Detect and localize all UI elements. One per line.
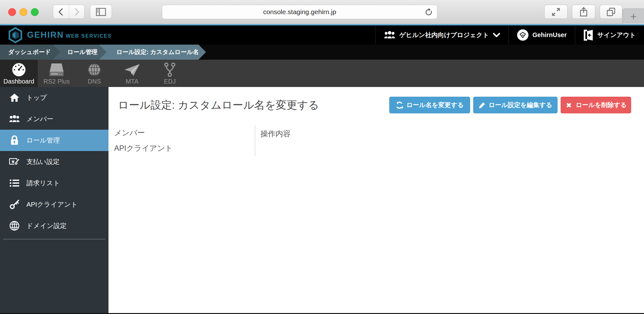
signout-label: サインアウト: [597, 31, 636, 39]
sidebar-item-role-management[interactable]: ロール管理: [0, 130, 108, 151]
list-icon: [9, 179, 20, 187]
gauge-icon: [11, 62, 26, 77]
git-branch-icon: [163, 62, 176, 77]
gehirn-hexagon-icon: [8, 27, 23, 43]
breadcrumb-dashboard[interactable]: ダッシュボード: [0, 45, 60, 60]
share-button[interactable]: [572, 5, 595, 19]
plus-icon: +: [630, 10, 637, 23]
sync-icon: [396, 101, 403, 109]
button-label: ロール名を変更する: [406, 101, 464, 109]
server-icon: [48, 62, 65, 77]
signout-icon: [583, 29, 593, 41]
signout-button[interactable]: サインアウト: [575, 25, 644, 45]
sidebar-item-domain-settings[interactable]: ドメイン設定: [0, 215, 108, 236]
service-dashboard[interactable]: Dashboard: [0, 60, 38, 87]
breadcrumb-role-settings[interactable]: ロール設定: カスタムロール名: [99, 45, 206, 60]
service-rs2plus[interactable]: RS2 Plus: [38, 60, 75, 87]
address-bar[interactable]: console.staging.gehirn.jp: [162, 5, 437, 19]
browser-toolbar: console.staging.gehirn.jp: [0, 0, 644, 24]
fullscreen-icon: [551, 7, 561, 17]
permission-row-members: メンバー: [114, 125, 255, 140]
edit-role-settings-button[interactable]: ロール設定を編集する: [473, 97, 558, 113]
breadcrumb: ダッシュボード ロール管理 ロール設定: カスタムロール名: [0, 45, 644, 60]
url-text: console.staging.gehirn.jp: [263, 8, 336, 16]
back-button[interactable]: [53, 5, 69, 19]
header-right-group: ゲヒルン社内向けプロジェクト GehirnUser: [375, 25, 644, 45]
operations-column-header: 操作内容: [255, 125, 291, 156]
user-menu[interactable]: GehirnUser: [508, 25, 575, 45]
brand-logo[interactable]: GEHIRNWEB SERVICES: [0, 27, 112, 43]
x-icon: [565, 101, 573, 109]
reload-button[interactable]: [425, 8, 433, 17]
rename-role-button[interactable]: ロール名を変更する: [389, 97, 470, 113]
service-label: DNS: [88, 78, 101, 85]
delete-role-button[interactable]: ロールを削除する: [561, 97, 631, 113]
sidebar-item-label: ロール管理: [26, 136, 60, 145]
forward-button[interactable]: [69, 5, 85, 19]
button-label: ロール設定を編集する: [489, 101, 552, 109]
permission-row-api-clients: APIクライアント: [114, 140, 255, 156]
svg-text:¥: ¥: [12, 160, 14, 164]
share-icon: [579, 7, 588, 17]
project-selector[interactable]: ゲヒルン社内向けプロジェクト: [375, 25, 508, 45]
pencil-icon: [479, 102, 486, 109]
sidebar: トップ メンバー: [0, 87, 108, 314]
window-close-button[interactable]: [8, 8, 16, 16]
service-label: MTA: [126, 78, 139, 85]
permission-table: メンバー APIクライアント 操作内容: [114, 125, 291, 156]
brand-suffix: WEB SERVICES: [66, 33, 112, 39]
breadcrumb-role-management[interactable]: ロール管理: [53, 45, 107, 60]
tab-overview-button[interactable]: [600, 5, 622, 19]
service-label: RS2 Plus: [43, 78, 69, 85]
window-zoom-button[interactable]: [31, 8, 39, 16]
services-nav: Dashboard RS2 Plus: [0, 60, 644, 87]
sidebar-toggle-button[interactable]: [90, 5, 112, 19]
sidebar-icon: [96, 8, 106, 16]
service-label: EDJ: [164, 78, 176, 85]
app-header: GEHIRNWEB SERVICES ゲヒルン社内向けプロジェクト: [0, 25, 644, 45]
screen: console.staging.gehirn.jp: [0, 0, 644, 314]
sidebar-item-label: ドメイン設定: [26, 221, 67, 230]
action-button-row: ロール名を変更する ロール設定を編集する ロールを削除する: [0, 97, 631, 113]
sidebar-item-label: 請求リスト: [26, 179, 60, 187]
brand-name: GEHIRN: [27, 30, 64, 40]
sidebar-item-billing-list[interactable]: 請求リスト: [0, 172, 108, 194]
sidebar-divider: [3, 239, 105, 239]
new-tab-button[interactable]: +: [623, 8, 644, 24]
permission-target-column: メンバー APIクライアント: [114, 125, 255, 156]
chevron-left-icon: [58, 8, 64, 16]
paper-plane-icon: [124, 62, 140, 77]
lock-icon: [9, 135, 20, 146]
tabs-icon: [606, 7, 616, 17]
key-icon: [9, 199, 20, 209]
users-icon: [384, 31, 396, 40]
globe-icon: [87, 62, 102, 77]
sidebar-item-label: APIクライアント: [26, 200, 78, 209]
globe-icon: [9, 221, 20, 231]
payment-icon: ¥: [9, 157, 20, 167]
user-avatar-icon: [517, 29, 529, 41]
chevron-right-icon: [73, 8, 80, 16]
history-nav-group: [53, 5, 85, 19]
sidebar-item-payment-settings[interactable]: ¥ 支払い設定: [0, 151, 108, 172]
user-name: GehirnUser: [532, 31, 567, 39]
chevron-down-icon: [493, 33, 500, 38]
sidebar-item-label: メンバー: [26, 115, 53, 123]
project-name: ゲヒルン社内向けプロジェクト: [399, 31, 489, 39]
service-mta[interactable]: MTA: [113, 60, 151, 87]
service-dns[interactable]: DNS: [75, 60, 113, 87]
sidebar-item-api-clients[interactable]: APIクライアント: [0, 194, 108, 215]
service-label: Dashboard: [3, 78, 34, 85]
sidebar-item-label: 支払い設定: [26, 157, 60, 166]
button-label: ロールを削除する: [576, 101, 627, 109]
fullscreen-button[interactable]: [544, 5, 568, 19]
service-edj[interactable]: EDJ: [151, 60, 189, 87]
reload-icon: [425, 8, 433, 17]
users-icon: [9, 115, 20, 123]
window-minimize-button[interactable]: [19, 8, 27, 16]
